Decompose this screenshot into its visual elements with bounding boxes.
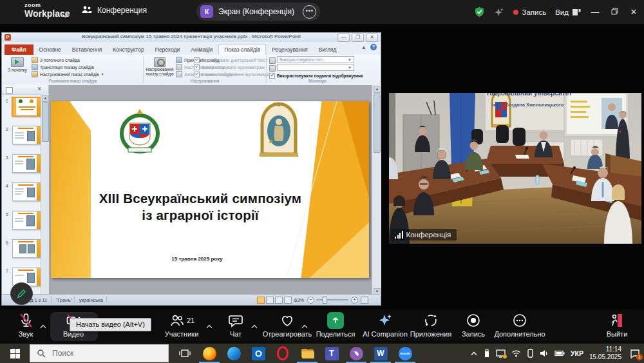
taskbar-clock[interactable]: 11:14 15.05.2025 [589,346,621,361]
help-icon[interactable]: ? [370,44,377,50]
resolution-dropdown[interactable]: ▼ [277,64,354,71]
zoom-out-button[interactable]: − [307,297,314,304]
show-on-monitor-dropdown[interactable]: Використовувати пот... ▼ [277,56,354,63]
tab-insert[interactable]: Вставлення [67,44,107,55]
from-current-slide-button[interactable]: З поточного слайда [32,57,80,63]
chat-button[interactable]: Чат [222,311,250,342]
setup-slideshow-button[interactable]: Настроювання показу слайдів [145,56,175,79]
record-button[interactable]: Запись [457,311,489,342]
broadcast-slideshow-button[interactable]: Трансляція показу слайдів [32,64,94,70]
zoom-percentage[interactable]: 63% [294,297,304,303]
chat-options-chevron[interactable] [251,320,259,328]
ai-sparkle-icon[interactable] [494,7,504,17]
tab-view[interactable]: Вигляд [314,44,342,55]
task-view-button[interactable] [173,344,197,363]
ppt-close-button[interactable]: ✕ [366,34,378,42]
close-window-button[interactable]: ✕ [629,7,639,17]
taskbar-viber-button[interactable] [344,344,368,363]
share-screen-button[interactable]: Поделиться [314,311,357,342]
slide-vertical-scrollbar[interactable]: ▲ ▼ [372,85,381,296]
ppt-restore-button[interactable]: ❐ [352,34,364,42]
zoom-slider-track[interactable] [316,299,348,300]
play-narrations-checkbox[interactable]: Відтворювати дикторський текст [194,57,267,63]
taskbar-search-input[interactable] [51,348,150,358]
audio-button[interactable]: Звук [9,311,43,342]
tab-slideshow[interactable]: Показ слайдів [218,44,266,55]
taskbar-word-button[interactable]: W [368,344,393,363]
workspace-chevron-icon[interactable] [62,9,69,21]
slide-thumbnail-4[interactable]: 4 [6,182,44,208]
collapse-ribbon-icon[interactable]: ▲ [361,44,366,50]
language-indicator[interactable]: УКР [571,349,583,357]
slide-thumbnail-3[interactable]: 3 [6,154,44,180]
tray-expand-chevron[interactable] [470,351,478,356]
custom-slideshow-button[interactable]: Настроюваний показ слайдів ▼ [32,71,104,77]
annotate-pencil-button[interactable] [10,282,33,305]
language-indicator[interactable]: українська [79,297,103,303]
taskbar-search[interactable] [30,344,169,362]
minimize-window-button[interactable]: — [590,7,600,17]
media-controls-checkbox[interactable]: Елементи керування мультимедіа [194,72,270,77]
tab-design[interactable]: Конструктор [108,44,149,55]
slide-thumbnail-2[interactable]: 2 [6,126,44,152]
scroll-up-icon[interactable]: ▲ [42,95,49,102]
normal-view-button[interactable] [257,297,265,304]
participants-button[interactable]: 21 Участники [161,311,202,342]
reactions-options-chevron[interactable] [301,320,309,328]
taskbar-outlook-button[interactable] [246,344,270,363]
slide-thumbnail-5[interactable]: 5 [6,211,44,237]
presenter-view-checkbox[interactable]: Використовувати подання відображувача [269,73,363,79]
panel-close-icon[interactable]: ✕ [37,86,42,92]
audio-options-chevron[interactable] [40,320,48,328]
taskbar-explorer-button[interactable] [295,344,319,363]
start-button[interactable] [0,344,30,363]
conference-video-feed[interactable]: Національний університет імені Богдана Х… [389,93,641,244]
zoom-slider-handle[interactable] [323,297,327,304]
phone-link-icon[interactable] [527,349,534,358]
scroll-up-icon[interactable]: ▲ [374,86,381,93]
use-timings-checkbox[interactable]: Використовувати хронометраж [194,64,265,70]
participants-options-chevron[interactable] [206,320,214,328]
taskbar-firefox-button[interactable] [197,344,222,363]
action-center-icon[interactable]: 1 [630,349,640,358]
ppt-minimize-button[interactable]: — [337,34,350,42]
slideshow-view-button[interactable] [284,297,292,304]
fit-to-window-button[interactable] [361,297,368,304]
tab-home[interactable]: Основне [34,44,66,55]
taskbar-zoom-button[interactable]: zoom [393,344,417,363]
thumbnail-scrollbar[interactable]: ▲ [41,94,49,296]
volume-icon[interactable] [540,349,549,357]
slide-sorter-view-button[interactable] [266,297,274,304]
apps-button[interactable]: Приложения [410,311,452,342]
ppt-title-bar[interactable]: P Всеукраїнський симпозіум 15 травня 202… [2,33,381,43]
taskbar-opera-button[interactable] [270,344,295,363]
leave-meeting-button[interactable]: Выйти [599,311,635,342]
usb-device-icon[interactable] [484,349,490,358]
restore-window-button[interactable] [609,7,620,17]
wifi-icon[interactable] [511,349,521,357]
battery-icon[interactable] [554,350,565,357]
ai-companion-button[interactable]: AI Companion [361,311,410,342]
view-button[interactable]: Вид [555,8,581,16]
slide-thumbnail-6[interactable]: 6 [6,239,44,265]
slides-tab-icon[interactable] [6,87,13,93]
record-label: Запись [457,330,489,338]
scrollbar-thumb[interactable] [374,93,381,153]
security-shield-icon[interactable] [474,6,485,17]
shared-screen-pill[interactable]: К Экран (Конференція) ••• [196,3,320,21]
tab-file[interactable]: Файл [5,44,33,55]
taskbar-edge-button[interactable] [222,344,246,363]
more-button[interactable]: Дополнительно [491,311,549,342]
pill-more-button[interactable]: ••• [303,5,316,19]
display-notification-icon[interactable] [496,349,506,358]
meeting-tab[interactable]: Конференция [81,5,147,15]
tab-animations[interactable]: Анімація [185,44,218,55]
slide-thumbnail-1[interactable]: 1 [6,97,44,123]
from-beginning-button[interactable]: З початку [5,56,30,79]
tab-transitions[interactable]: Переходи [150,44,185,55]
tab-review[interactable]: Рецензування [267,44,312,55]
scrollbar-thumb[interactable] [42,102,49,142]
reading-view-button[interactable] [275,297,283,304]
zoom-in-button[interactable]: + [351,297,358,304]
taskbar-teams-button[interactable]: T [319,344,344,363]
